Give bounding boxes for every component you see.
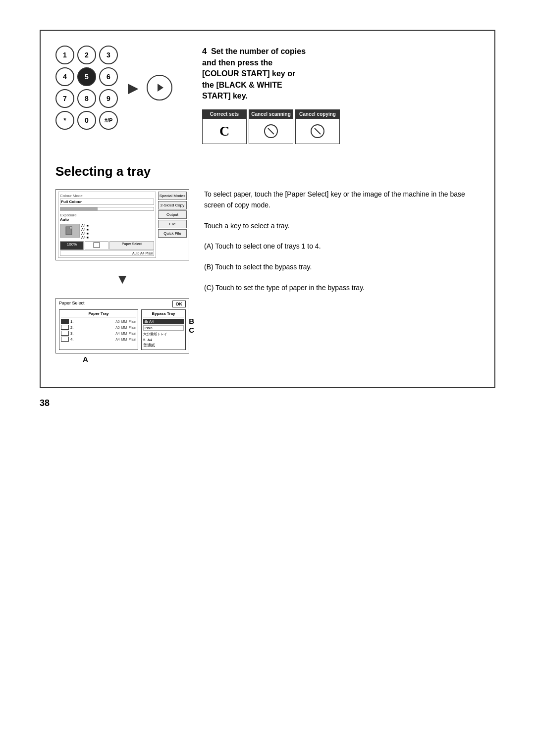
- arrow-area: ▶: [128, 75, 172, 101]
- keypad-area: 1 2 3 4 5 6 7 8 9 * 0 #/P ▶: [55, 46, 182, 130]
- cancel-scanning-icon: [263, 123, 279, 139]
- start-icon: [153, 81, 166, 95]
- tray-desc-C: (C) Touch to set the type of paper in th…: [204, 283, 480, 294]
- tray-desc-1: To select paper, touch the [Paper Select…: [204, 189, 480, 210]
- paper-tray-col: Paper Tray 1. A5 MM Plain: [59, 309, 138, 350]
- output-btn[interactable]: Output: [158, 210, 187, 219]
- paper-select-header: Paper Select OK: [59, 301, 186, 307]
- paper-select-screen: Paper Select OK Paper Tray: [55, 298, 189, 353]
- tray-2-unit: MM: [121, 326, 127, 329]
- tray-row-4[interactable]: 4. A4 MM Plain: [61, 337, 136, 342]
- paper-select-value: Auto A4 Plain: [60, 251, 154, 256]
- correct-sets-button[interactable]: C: [210, 119, 239, 144]
- tray-desc-B: (B) Touch to select the bypass tray.: [204, 262, 480, 273]
- cancel-scanning-label: Cancel scanning: [249, 110, 293, 119]
- tray-4-size: A4: [115, 338, 120, 341]
- step4-text: 4 Set the number of copies and then pres…: [202, 46, 480, 101]
- tray-2-num: 2.: [70, 325, 114, 330]
- tray-3-size: A4: [115, 332, 120, 335]
- tray-content: Colour Mode Full Colour Exposure Auto: [55, 189, 480, 367]
- bypass-plain: Plain: [143, 325, 184, 331]
- two-sided-btn[interactable]: 2-Sided Copy: [158, 201, 187, 209]
- document-icon: [65, 226, 75, 235]
- tray-1-icon: [61, 319, 69, 324]
- exposure-label: Exposure: [60, 213, 154, 217]
- key-star[interactable]: *: [55, 111, 74, 130]
- key-0[interactable]: 0: [77, 111, 96, 130]
- paper-select-title: Paper Select: [59, 301, 85, 307]
- tray-4-icon: [61, 337, 69, 342]
- key-hash[interactable]: #/P: [99, 111, 118, 130]
- tray-row-3[interactable]: 3. A4 MM Plain: [61, 331, 136, 336]
- svg-line-2: [268, 128, 274, 134]
- tray-4-unit: MM: [121, 338, 127, 341]
- step4-line2: and then press the: [202, 58, 272, 67]
- tray-3-icon: [61, 331, 69, 336]
- step4-line1: Set the number of copies: [211, 47, 306, 55]
- tray-2-type: Plain: [128, 326, 136, 329]
- step4-line5: START] key.: [202, 92, 248, 100]
- ok-button[interactable]: OK: [172, 301, 186, 307]
- key-5[interactable]: 5: [77, 67, 96, 86]
- tray-3-type: Plain: [128, 332, 136, 335]
- size-list: A4 ■ A4 ■ A4 ■ A4 ■: [81, 224, 89, 239]
- svg-marker-0: [158, 84, 163, 92]
- paper-tray-header: Paper Tray: [61, 311, 136, 317]
- tray-description: To select paper, touch the [Paper Select…: [204, 189, 480, 303]
- tray-row-2[interactable]: 2. A5 MM Plain: [61, 325, 136, 330]
- top-section: 1 2 3 4 5 6 7 8 9 * 0 #/P ▶: [55, 46, 480, 144]
- key-9[interactable]: 9: [99, 89, 118, 108]
- tray-desc-A: (A) Touch to select one of trays 1 to 4.: [204, 241, 480, 252]
- key-4[interactable]: 4: [55, 67, 74, 86]
- key-3[interactable]: 3: [99, 46, 118, 64]
- colour-mode-label: Colour Mode: [60, 194, 154, 198]
- file-btn[interactable]: File: [158, 220, 187, 228]
- exposure-slider: [60, 207, 154, 211]
- cancel-scanning-group: Cancel scanning: [249, 109, 293, 144]
- correct-sets-group: Correct sets C: [202, 109, 247, 144]
- cancel-copying-icon: [310, 123, 325, 139]
- tray-1-num: 1.: [70, 319, 114, 324]
- tray-3-unit: MM: [121, 332, 127, 335]
- key-6[interactable]: 6: [99, 67, 118, 86]
- bypass-size2: 5. A4: [143, 338, 184, 342]
- action-buttons-row: Correct sets C Cancel scanning: [202, 109, 480, 144]
- paper-select-body: Paper Tray 1. A5 MM Plain: [59, 309, 186, 350]
- bypass-tray-header: Bypass Tray: [143, 311, 184, 317]
- keypad-grid: 1 2 3 4 5 6 7 8 9 * 0 #/P: [55, 46, 118, 130]
- svg-rect-7: [94, 243, 100, 248]
- svg-rect-6: [70, 227, 72, 229]
- key-8[interactable]: 8: [77, 89, 96, 108]
- correct-sets-label: Correct sets: [203, 110, 246, 119]
- tray-desc-2: Touch a key to select a tray.: [204, 221, 480, 232]
- paper-select-btn[interactable]: Paper Select: [109, 241, 154, 250]
- bypass-a4: A4: [149, 319, 154, 324]
- arrow-right-icon: ▶: [128, 80, 139, 96]
- page-container: 1 2 3 4 5 6 7 8 9 * 0 #/P ▶: [0, 0, 535, 756]
- tray-1-size: A5: [115, 320, 120, 323]
- arrow-down-area: ▼: [55, 271, 189, 287]
- tray-2-icon: [61, 325, 69, 330]
- bypass-tray-col: Bypass Tray 🖶 A4 Plain 大分量紙トレイ 5. A4 普通紙: [141, 309, 186, 350]
- key-2[interactable]: 2: [77, 46, 96, 64]
- document-thumbnail: [60, 224, 80, 238]
- paper-select-wrapper: Paper Select OK Paper Tray: [55, 298, 189, 353]
- key-7[interactable]: 7: [55, 89, 74, 108]
- copy-ratio-value: 100%: [60, 241, 84, 250]
- bypass-selected[interactable]: 🖶 A4: [143, 319, 184, 324]
- svg-line-4: [315, 128, 321, 134]
- key-1[interactable]: 1: [55, 46, 74, 64]
- tray-title: Selecting a tray: [55, 164, 480, 179]
- cancel-copying-label: Cancel copying: [296, 110, 339, 119]
- cancel-scanning-button[interactable]: [256, 119, 286, 144]
- tray-row-1[interactable]: 1. A5 MM Plain: [61, 319, 136, 324]
- copy-screen-mockup: Colour Mode Full Colour Exposure Auto: [55, 189, 189, 260]
- right-panel: Special Modes 2-Sided Copy Output File Q…: [158, 192, 187, 258]
- tray-section: Selecting a tray Colour Mode Full Colour: [55, 164, 480, 367]
- label-B: B: [189, 317, 194, 325]
- page-number: 38: [40, 398, 495, 408]
- cancel-copying-button[interactable]: [303, 119, 332, 144]
- start-button[interactable]: [147, 75, 172, 101]
- special-modes-btn[interactable]: Special Modes: [158, 192, 187, 200]
- quick-file-btn[interactable]: Quick File: [158, 229, 187, 238]
